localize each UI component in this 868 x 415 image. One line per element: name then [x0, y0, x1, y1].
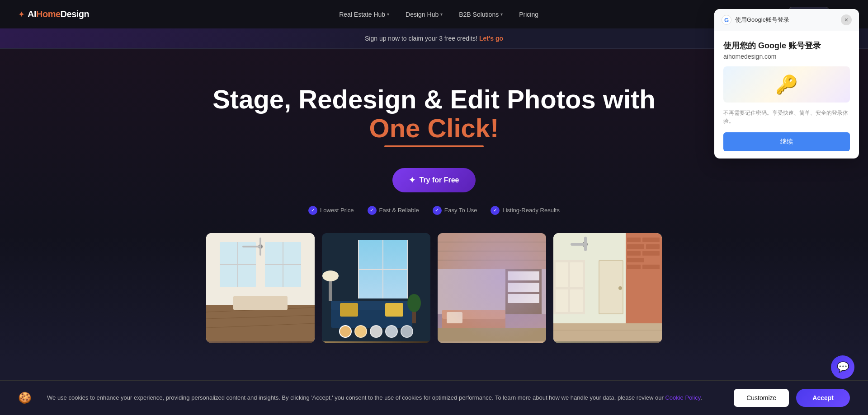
svg-rect-60 [571, 243, 585, 246]
logo-text: AIHomeDesign [28, 9, 89, 19]
svg-rect-54 [627, 265, 641, 269]
nav-links: Real Estate Hub ▾ Design Hub ▾ B2B Solut… [333, 7, 545, 22]
svg-rect-61 [584, 237, 587, 251]
google-login-popup: G 使用Google账号登录 × 使用您的 Google 账号登录 aihome… [714, 9, 859, 159]
popup-title: 使用您的 Google 账号登录 [723, 40, 850, 51]
room-image-3 [438, 233, 546, 341]
chevron-down-icon: ▾ [500, 12, 503, 17]
svg-rect-43 [447, 312, 462, 323]
popup-continue-button[interactable]: 继续 [723, 132, 850, 151]
slider-dot-4[interactable] [385, 325, 398, 338]
popup-header-title: 使用Google账号登录 [735, 16, 789, 24]
svg-rect-39 [508, 283, 539, 292]
gallery-item-1 [206, 233, 315, 343]
slider-dot-2[interactable] [354, 325, 367, 338]
svg-rect-55 [642, 265, 660, 269]
customize-button[interactable]: Customize [734, 389, 789, 407]
nav-b2b-solutions[interactable]: B2B Solutions ▾ [453, 7, 509, 22]
svg-rect-27 [329, 278, 332, 301]
svg-point-58 [618, 286, 622, 290]
star-icon: ✦ [409, 175, 415, 185]
badge-lowest-price: ✓ Lowest Price [308, 206, 354, 215]
badge-easy-to-use: ✓ Easy To Use [433, 206, 477, 215]
svg-rect-66 [570, 289, 583, 312]
svg-rect-53 [627, 258, 644, 262]
google-logo: G [722, 15, 731, 25]
slider-dot-5[interactable] [401, 325, 413, 338]
chevron-down-icon: ▾ [440, 12, 443, 17]
slider-dot-3[interactable] [370, 325, 382, 338]
svg-rect-67 [553, 323, 662, 341]
check-icon: ✓ [308, 206, 317, 215]
popup-illustration: 🔑 [723, 66, 850, 103]
chat-button[interactable]: 💬 [831, 355, 854, 379]
chat-icon: 💬 [837, 361, 849, 373]
cookie-actions: Customize Accept [734, 389, 850, 407]
popup-body: 使用您的 Google 账号登录 aihomedesign.com 🔑 不再需要… [714, 31, 859, 159]
room-image-1 [206, 233, 315, 341]
popup-subtitle: aihomedesign.com [723, 53, 850, 60]
gallery-slider-dots [339, 325, 413, 338]
svg-rect-49 [627, 244, 644, 249]
chevron-down-icon: ▾ [387, 12, 389, 17]
logo-star-icon: ✦ [18, 9, 25, 19]
badge-fast-reliable: ✓ Fast & Reliable [368, 206, 419, 215]
cookie-text: We use cookies to enhance your experienc… [47, 393, 725, 402]
svg-rect-36 [438, 233, 546, 341]
svg-rect-31 [438, 233, 546, 269]
check-icon: ✓ [433, 206, 442, 215]
svg-rect-65 [556, 289, 568, 312]
banner-cta-link[interactable]: Let's go [479, 35, 503, 42]
room-image-4 [553, 233, 662, 341]
badge-listing-ready: ✓ Listing-Ready Results [491, 206, 559, 215]
svg-rect-52 [642, 251, 660, 256]
svg-rect-15 [259, 238, 261, 256]
slider-dot-1[interactable] [339, 325, 352, 338]
svg-rect-50 [646, 244, 660, 249]
check-icon: ✓ [368, 206, 377, 215]
svg-rect-41 [442, 310, 505, 332]
svg-rect-8 [206, 305, 315, 341]
svg-rect-35 [438, 269, 546, 314]
svg-rect-12 [233, 296, 288, 310]
accept-button[interactable]: Accept [796, 389, 850, 407]
svg-rect-26 [385, 303, 403, 317]
svg-rect-38 [508, 271, 539, 280]
svg-rect-22 [382, 240, 383, 298]
svg-point-30 [407, 294, 421, 312]
cookie-policy-link[interactable]: Cookie Policy [665, 394, 700, 401]
logo[interactable]: ✦ AIHomeDesign [18, 9, 89, 19]
nav-design-hub[interactable]: Design Hub ▾ [399, 7, 449, 22]
svg-rect-48 [642, 238, 660, 242]
gallery-item-3 [438, 233, 546, 343]
gallery-item-2 [322, 233, 430, 343]
svg-point-28 [322, 270, 339, 281]
popup-header: G 使用Google账号登录 × [714, 9, 859, 31]
svg-rect-64 [570, 262, 583, 287]
svg-rect-37 [505, 269, 542, 314]
popup-header-left: G 使用Google账号登录 [722, 15, 789, 25]
svg-rect-14 [242, 246, 260, 247]
svg-rect-63 [556, 262, 568, 287]
gallery-item-4 [553, 233, 662, 343]
svg-rect-51 [627, 251, 641, 256]
svg-rect-40 [508, 294, 539, 303]
try-for-free-button[interactable]: ✦ Try for Free [392, 168, 475, 192]
svg-rect-44 [438, 328, 546, 341]
room-gallery [18, 233, 850, 343]
popup-close-button[interactable]: × [841, 14, 852, 25]
svg-rect-25 [340, 303, 358, 317]
svg-rect-47 [627, 238, 641, 242]
cookie-icon: 🍪 [18, 392, 32, 404]
cookie-banner: 🍪 We use cookies to enhance your experie… [0, 380, 868, 415]
popup-desc: 不再需要记住密码。享受快速、简单、安全的登录体验。 [723, 109, 850, 125]
nav-real-estate-hub[interactable]: Real Estate Hub ▾ [333, 7, 396, 22]
svg-rect-42 [442, 310, 505, 319]
check-icon: ✓ [491, 206, 500, 215]
hero-badges: ✓ Lowest Price ✓ Fast & Reliable ✓ Easy … [18, 206, 850, 215]
nav-pricing[interactable]: Pricing [513, 7, 545, 22]
